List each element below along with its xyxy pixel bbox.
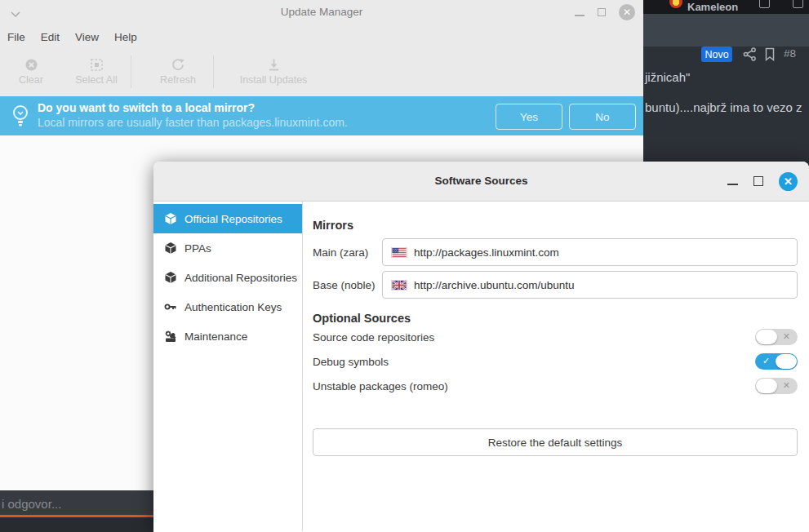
toggle-on-icon: ✓ <box>762 357 770 366</box>
optional-sources-heading: Optional Sources <box>313 312 798 325</box>
toolbar: Clear Select All Refresh Install <box>0 49 643 95</box>
sidebar-item-authentication-keys[interactable]: Authentication Keys <box>153 292 302 321</box>
toggle-off-icon: ✕ <box>783 332 790 341</box>
unstable-packages-toggle[interactable]: ✕ <box>755 378 798 394</box>
banner-title: Do you want to switch to a local mirror? <box>38 101 348 114</box>
restore-defaults-button[interactable]: Restore the default settings <box>313 428 798 456</box>
unstable-packages-row: Unstable packages (romeo) ✕ <box>313 374 798 398</box>
refresh-icon <box>171 58 185 72</box>
sidebar-item-label: Maintenance <box>184 330 247 343</box>
unstable-packages-label: Unstable packages (romeo) <box>313 380 448 392</box>
menu-view[interactable]: View <box>75 31 99 43</box>
install-updates-button[interactable]: Install Updates <box>225 58 322 86</box>
maintenance-icon <box>164 330 177 343</box>
minimize-button[interactable] <box>575 15 585 16</box>
main-mirror-input[interactable]: http://packages.linuxmint.com <box>382 238 798 266</box>
banner-subtitle: Local mirrors are usually faster than pa… <box>38 116 348 129</box>
sidebar-item-label: Additional Repositories <box>184 272 297 284</box>
key-icon <box>164 300 177 313</box>
reply-placeholder: i odgovor... <box>2 497 61 511</box>
dialog-title: Software Sources <box>153 175 809 187</box>
software-sources-dialog: Software Sources ✕ Official Repositories… <box>153 162 809 532</box>
debug-symbols-row: Debug symbols ✓ <box>313 349 798 374</box>
forum-text-line: jižnicah" <box>645 70 690 84</box>
package-icon <box>164 212 177 225</box>
menu-file[interactable]: File <box>7 31 25 43</box>
install-updates-label: Install Updates <box>240 74 308 86</box>
base-mirror-label: Base (noble) <box>313 279 382 291</box>
uk-flag-icon <box>391 280 407 290</box>
sidebar-item-maintenance[interactable]: Maintenance <box>153 321 302 351</box>
mirror-banner: Do you want to switch to a local mirror?… <box>0 96 643 135</box>
clear-button[interactable]: Clear <box>0 58 62 86</box>
no-button[interactable]: No <box>569 104 636 130</box>
menu-help[interactable]: Help <box>114 31 137 43</box>
main-mirror-row: Main (zara) http://packages.linuxmint.co… <box>313 238 798 266</box>
toggle-off-icon: ✕ <box>783 381 790 390</box>
yes-button[interactable]: Yes <box>496 104 562 130</box>
sidebar-item-official-repositories[interactable]: Official Repositories <box>153 204 302 233</box>
sidebar-item-ppas[interactable]: PPAs <box>153 233 302 263</box>
maximize-button[interactable] <box>598 8 606 16</box>
dialog-content: Mirrors Main (zara) http://packages.linu… <box>303 202 809 531</box>
update-manager-titlebar[interactable]: Update Manager ✕ <box>0 0 643 24</box>
minimize-button[interactable] <box>727 184 738 185</box>
clear-icon <box>24 58 38 72</box>
dialog-sidebar: Official Repositories PPAs Additional Re… <box>153 202 303 531</box>
debug-symbols-label: Debug symbols <box>313 356 389 368</box>
source-code-label: Source code repositories <box>313 331 434 344</box>
reply-bar-footer <box>0 517 153 532</box>
lightbulb-icon <box>11 104 30 131</box>
sidebar-item-label: Authentication Keys <box>184 301 282 313</box>
window-title: Update Manager <box>0 6 643 18</box>
site-logo-icon[interactable] <box>669 0 682 8</box>
toggle-knob <box>756 330 777 344</box>
maximize-button[interactable] <box>753 176 763 186</box>
post-number[interactable]: #8 <box>784 47 796 60</box>
source-code-toggle[interactable]: ✕ <box>755 329 798 345</box>
toolbar-separator <box>213 55 214 88</box>
base-mirror-value: http://archive.ubuntu.com/ubuntu <box>414 279 575 291</box>
forum-header-block <box>643 14 809 47</box>
select-all-label: Select All <box>75 74 117 86</box>
forum-topbar: Kameleon <box>643 0 809 14</box>
share-icon[interactable] <box>743 47 757 64</box>
select-all-icon <box>90 58 104 72</box>
reply-input-bar[interactable]: i odgovor... <box>0 490 153 532</box>
install-updates-icon <box>267 58 281 72</box>
menu-edit[interactable]: Edit <box>41 31 60 43</box>
us-flag-icon <box>391 247 407 258</box>
package-icon <box>164 242 177 255</box>
package-icon <box>164 271 177 284</box>
toggle-knob <box>776 354 797 369</box>
source-code-row: Source code repositories ✕ <box>313 325 798 349</box>
site-logo-text[interactable]: Kameleon <box>687 1 738 13</box>
novo-badge[interactable]: Novo <box>701 47 732 62</box>
forum-text-line: buntu)....najbrž ima to vezo z <box>645 100 802 114</box>
debug-symbols-toggle[interactable]: ✓ <box>755 353 798 370</box>
sidebar-item-additional-repositories[interactable]: Additional Repositories <box>153 263 302 292</box>
sidebar-item-label: Official Repositories <box>184 213 282 225</box>
update-manager-header: Update Manager ✕ File Edit View Help Cle… <box>0 0 643 96</box>
clear-label: Clear <box>19 74 43 86</box>
refresh-label: Refresh <box>160 74 196 86</box>
post-meta-row: Novo #8 <box>643 47 809 63</box>
close-button[interactable]: ✕ <box>779 172 798 191</box>
panel-icon[interactable] <box>759 0 770 8</box>
close-button[interactable]: ✕ <box>619 4 635 20</box>
select-all-button[interactable]: Select All <box>62 58 131 86</box>
notification-icon[interactable] <box>793 0 803 8</box>
dialog-titlebar[interactable]: Software Sources ✕ <box>153 162 809 202</box>
refresh-button[interactable]: Refresh <box>143 58 213 86</box>
toolbar-separator <box>131 55 131 88</box>
main-mirror-value: http://packages.linuxmint.com <box>414 246 559 259</box>
main-mirror-label: Main (zara) <box>313 246 382 259</box>
base-mirror-row: Base (noble) http://archive.ubuntu.com/u… <box>313 271 798 299</box>
mirrors-heading: Mirrors <box>313 219 798 232</box>
base-mirror-input[interactable]: http://archive.ubuntu.com/ubuntu <box>382 271 798 299</box>
sidebar-item-label: PPAs <box>184 242 211 255</box>
bookmark-icon[interactable] <box>764 47 776 64</box>
toggle-knob <box>756 379 777 393</box>
menubar: File Edit View Help <box>0 24 643 49</box>
